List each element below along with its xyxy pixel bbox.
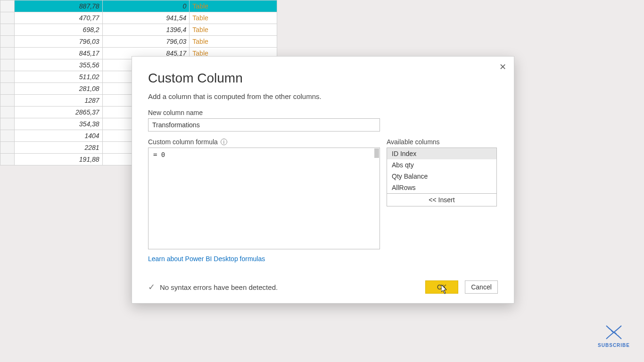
table-row[interactable]: 470,77941,54Table: [0, 12, 277, 24]
formula-label-text: Custom column formula: [148, 138, 218, 146]
new-column-name-input[interactable]: [148, 118, 380, 132]
formula-label: Custom column formula i: [148, 138, 380, 146]
new-column-name-label: New column name: [132, 109, 514, 118]
cell-value: 2281: [14, 142, 102, 154]
cell-value: 796,03: [102, 36, 190, 48]
cell-value: 698,2: [14, 24, 102, 36]
cell-value: 354,38: [14, 118, 102, 130]
check-icon: ✓: [148, 282, 155, 292]
row-gutter: [0, 130, 15, 142]
subscribe-badge: SUBSCRIBE: [598, 324, 630, 348]
row-gutter: [0, 142, 15, 154]
row-gutter: [0, 83, 15, 95]
cell-value: 0: [102, 0, 190, 12]
close-button[interactable]: ✕: [496, 60, 509, 74]
dialog-footer: ✓ No syntax errors have been detected. O…: [132, 271, 514, 303]
cell-link[interactable]: Table: [190, 24, 277, 36]
cell-value: 2865,37: [14, 107, 102, 118]
list-item[interactable]: ID Index: [387, 148, 496, 159]
ok-button[interactable]: OK: [425, 280, 458, 294]
info-icon[interactable]: i: [221, 139, 227, 145]
dna-icon: [604, 324, 623, 341]
cell-value: 845,17: [14, 48, 102, 59]
formula-scrollbar[interactable]: [374, 148, 379, 158]
cell-value: 1287: [14, 95, 102, 107]
cell-link[interactable]: Table: [190, 0, 277, 12]
cell-value: 281,08: [14, 83, 102, 95]
table-row[interactable]: 698,21396,4Table: [0, 24, 277, 36]
cell-value: 796,03: [14, 36, 102, 48]
status-text: No syntax errors have been detected.: [160, 283, 278, 291]
custom-column-dialog: ✕ Custom Column Add a column that is com…: [132, 56, 514, 304]
formula-editor[interactable]: = 0: [148, 148, 380, 249]
cell-link[interactable]: Table: [190, 12, 277, 24]
row-gutter: [0, 24, 15, 36]
row-gutter: [0, 59, 15, 71]
row-gutter: [0, 36, 15, 48]
cancel-button[interactable]: Cancel: [465, 280, 498, 294]
cell-value: 355,56: [14, 59, 102, 71]
subscribe-label: SUBSCRIBE: [598, 343, 630, 348]
formula-text[interactable]: = 0: [149, 148, 380, 161]
cell-value: 191,88: [14, 154, 102, 165]
cell-value: 511,02: [14, 71, 102, 83]
row-gutter: [0, 48, 15, 59]
dialog-title: Custom Column: [132, 57, 514, 90]
dialog-description: Add a column that is computed from the o…: [132, 90, 514, 109]
list-item[interactable]: Qty Balance: [387, 171, 496, 182]
row-gutter: [0, 71, 15, 83]
available-columns-label: Available columns: [387, 138, 497, 146]
row-gutter: [0, 154, 15, 165]
row-gutter: [0, 118, 15, 130]
cell-value: 1396,4: [102, 24, 190, 36]
row-gutter: [0, 12, 15, 24]
cell-link[interactable]: Table: [190, 36, 277, 48]
row-gutter: [0, 107, 15, 118]
cell-value: 887,78: [14, 0, 102, 12]
row-gutter: [0, 95, 15, 107]
cell-value: 941,54: [102, 12, 190, 24]
list-item[interactable]: AllRows: [387, 182, 496, 193]
list-item[interactable]: Abs qty: [387, 159, 496, 171]
learn-link[interactable]: Learn about Power BI Desktop formulas: [132, 249, 281, 263]
table-row[interactable]: 887,780Table: [0, 0, 277, 12]
cell-value: 470,77: [14, 12, 102, 24]
table-row[interactable]: 796,03796,03Table: [0, 36, 277, 48]
syntax-status: ✓ No syntax errors have been detected.: [148, 282, 278, 292]
insert-button[interactable]: << Insert: [387, 193, 497, 206]
available-columns-list[interactable]: ID IndexAbs qtyQty BalanceAllRows: [387, 148, 497, 193]
cell-value: 1404: [14, 130, 102, 142]
row-gutter: [0, 0, 15, 12]
